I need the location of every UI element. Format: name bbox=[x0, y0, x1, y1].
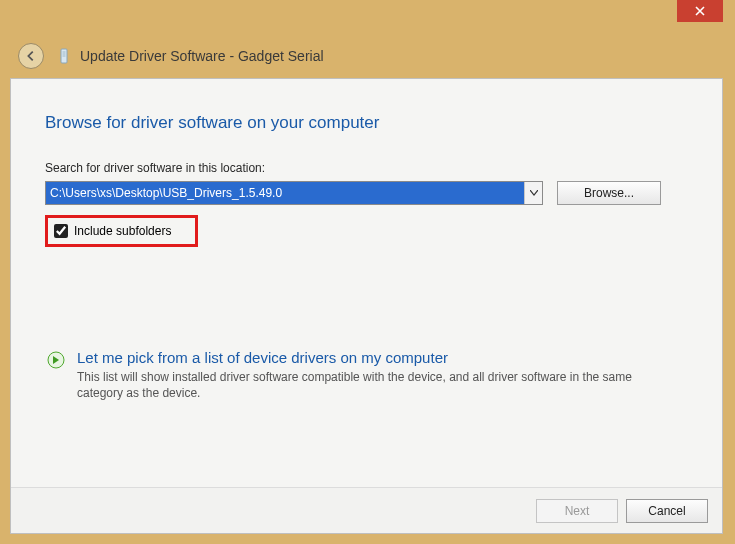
pick-from-list-description: This list will show installed driver sof… bbox=[77, 369, 637, 401]
svg-rect-1 bbox=[63, 51, 66, 57]
path-combobox[interactable] bbox=[45, 181, 543, 205]
back-button[interactable] bbox=[18, 43, 44, 69]
include-subfolders-checkbox[interactable]: Include subfolders bbox=[52, 220, 183, 242]
next-button: Next bbox=[536, 499, 618, 523]
include-subfolders-highlight: Include subfolders bbox=[45, 215, 198, 247]
pick-from-list-title: Let me pick from a list of device driver… bbox=[77, 349, 637, 366]
search-location-label: Search for driver software in this locat… bbox=[45, 161, 688, 175]
client-area: Browse for driver software on your compu… bbox=[10, 78, 723, 534]
include-subfolders-input[interactable] bbox=[54, 224, 68, 238]
window-close-button[interactable] bbox=[677, 0, 723, 22]
include-subfolders-label: Include subfolders bbox=[74, 224, 171, 238]
content: Browse for driver software on your compu… bbox=[11, 79, 722, 533]
device-icon bbox=[56, 48, 72, 64]
browse-button[interactable]: Browse... bbox=[557, 181, 661, 205]
window-chrome: Update Driver Software - Gadget Serial B… bbox=[0, 0, 735, 544]
window-title: Update Driver Software - Gadget Serial bbox=[80, 48, 324, 64]
cancel-button[interactable]: Cancel bbox=[626, 499, 708, 523]
pick-from-list-option[interactable]: Let me pick from a list of device driver… bbox=[45, 343, 688, 407]
title-bar: Update Driver Software - Gadget Serial bbox=[0, 34, 735, 78]
wizard-footer: Next Cancel bbox=[11, 487, 722, 533]
path-dropdown-toggle[interactable] bbox=[524, 182, 542, 204]
path-row: Browse... bbox=[45, 181, 688, 205]
pick-from-list-text: Let me pick from a list of device driver… bbox=[77, 349, 637, 401]
arrow-right-icon bbox=[47, 351, 65, 369]
chevron-down-icon bbox=[530, 190, 538, 196]
arrow-left-icon bbox=[24, 49, 38, 63]
page-heading: Browse for driver software on your compu… bbox=[45, 113, 688, 133]
close-icon bbox=[695, 6, 705, 16]
path-input[interactable] bbox=[46, 182, 524, 204]
